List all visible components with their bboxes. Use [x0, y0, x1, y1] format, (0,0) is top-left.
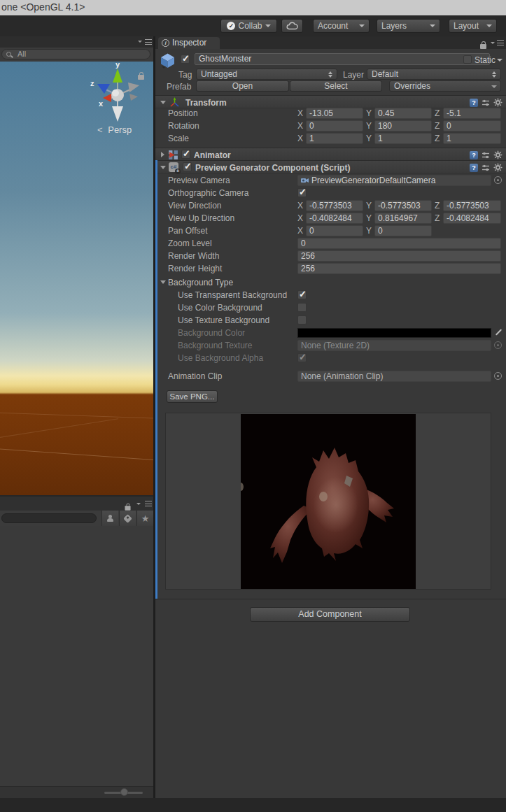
preview-camera-object-field[interactable]: PreviewGeneratorDefaultCamera	[297, 175, 491, 186]
preview-generator-header[interactable]: c#+ Preview Generator Component (Script)…	[155, 160, 506, 173]
gizmo-side-cone[interactable]	[129, 94, 138, 101]
inspector-menu-caret-icon[interactable]	[491, 42, 495, 44]
gameobject-cube-icon[interactable]	[160, 52, 176, 69]
gear-icon[interactable]	[493, 150, 503, 159]
favorites-button[interactable]: ★	[136, 511, 153, 526]
animator-enabled-checkbox[interactable]	[181, 150, 190, 159]
save-png-button[interactable]: Save PNG...	[167, 390, 218, 403]
help-icon[interactable]: ?	[470, 99, 478, 107]
position-z-field[interactable]: -5.1	[443, 108, 501, 119]
view-direction-x-field[interactable]: -0.5773503	[306, 200, 363, 211]
preview-camera-label: Preview Camera	[168, 175, 230, 186]
scale-z-field[interactable]: 1	[443, 133, 501, 144]
zoom-level-field[interactable]: 0	[297, 238, 501, 249]
rotation-x-field[interactable]: 0	[306, 120, 363, 131]
animator-foldout-icon[interactable]	[161, 152, 164, 157]
position-y-field[interactable]: 0.45	[374, 108, 432, 119]
help-icon[interactable]: ?	[470, 164, 478, 172]
render-width-field[interactable]: 256	[297, 250, 501, 262]
use-background-alpha-checkbox[interactable]	[297, 353, 307, 362]
orthographic-camera-checkbox[interactable]	[297, 188, 307, 197]
layout-label: Layout	[454, 21, 479, 31]
panel-menu-icon[interactable]	[145, 39, 152, 45]
use-texture-background-checkbox[interactable]	[297, 315, 307, 325]
gear-icon[interactable]	[493, 98, 503, 107]
scale-y-field[interactable]: 1	[374, 133, 432, 144]
object-picker-icon[interactable]	[494, 372, 502, 380]
panel-menu-caret-icon[interactable]	[136, 503, 141, 505]
view-up-direction-x-field[interactable]: -0.4082484	[306, 213, 363, 224]
rotation-y-field[interactable]: 180	[374, 120, 432, 131]
animator-header[interactable]: Animator ?	[155, 148, 506, 161]
tab-inspector[interactable]: i Inspector	[158, 37, 220, 49]
panel-menu-caret-icon[interactable]	[138, 41, 142, 43]
gizmo-x-cone[interactable]	[103, 94, 111, 102]
static-checkbox[interactable]	[463, 55, 472, 64]
prefab-select-button[interactable]: Select	[290, 80, 382, 92]
background-type-row[interactable]: Background Type	[155, 276, 506, 289]
help-icon[interactable]: ?	[470, 151, 478, 159]
account-dropdown[interactable]: Account	[313, 19, 370, 33]
scale-x-field[interactable]: 1	[306, 133, 363, 144]
animation-clip-object-field[interactable]: None (Animation Clip)	[297, 371, 491, 382]
preview-image-panel	[165, 413, 491, 590]
perspective-toggle[interactable]: Persp	[97, 124, 132, 135]
use-color-background-checkbox[interactable]	[297, 303, 307, 312]
pan-offset-y-field[interactable]: 0	[374, 225, 432, 236]
tag-dropdown[interactable]: Untagged	[196, 69, 337, 80]
view-direction-y-field[interactable]: -0.5773503	[374, 200, 432, 211]
filter-search-input[interactable]	[1, 513, 97, 523]
object-picker-icon[interactable]	[494, 176, 502, 184]
preview-generator-enabled-checkbox[interactable]	[183, 162, 192, 171]
persp-label: Persp	[108, 124, 132, 135]
ground-gridline	[0, 412, 153, 419]
transform-foldout-icon[interactable]	[160, 101, 166, 104]
layout-dropdown[interactable]: Layout	[449, 19, 497, 33]
presets-icon[interactable]	[482, 99, 490, 107]
eyedropper-icon[interactable]	[494, 328, 503, 336]
search-input[interactable]: All	[1, 49, 150, 59]
inspector-menu-icon[interactable]	[497, 40, 504, 45]
render-height-field[interactable]: 256	[297, 263, 501, 274]
presets-icon[interactable]	[482, 151, 490, 159]
background-type-foldout-icon[interactable]	[160, 280, 166, 284]
preview-generator-foldout-icon[interactable]	[160, 166, 166, 169]
background-color-swatch[interactable]	[297, 328, 491, 338]
prefab-overrides-dropdown[interactable]: Overrides	[389, 80, 501, 92]
panel-menu-icon[interactable]	[145, 501, 152, 506]
add-component-button[interactable]: Add Component	[250, 607, 410, 622]
use-transparent-background-checkbox[interactable]	[297, 290, 307, 299]
filter-by-type-button[interactable]	[101, 511, 118, 526]
gizmo-back-cone[interactable]	[128, 83, 139, 92]
gizmo-lock-icon[interactable]	[138, 70, 144, 83]
gameobject-name-field[interactable]: GhostMonster	[195, 53, 490, 65]
gizmo-down-cone[interactable]	[112, 106, 123, 122]
background-texture-object-field[interactable]: None (Texture 2D)	[297, 340, 491, 351]
gizmo-z-cone[interactable]	[97, 84, 110, 94]
project-panel-content[interactable]	[0, 526, 153, 786]
static-flags-caret-icon[interactable]	[497, 59, 503, 62]
x-axis-label: X	[297, 108, 303, 119]
pan-offset-x-field[interactable]: 0	[306, 225, 363, 236]
layers-dropdown[interactable]: Layers	[377, 19, 440, 33]
view-direction-z-field[interactable]: -0.5773503	[443, 200, 501, 211]
gameobject-active-checkbox[interactable]	[181, 55, 190, 64]
filter-by-label-button[interactable]	[119, 511, 136, 526]
inspector-lock-icon[interactable]	[480, 39, 486, 52]
scene-view[interactable]: y z x Persp	[0, 62, 153, 495]
gear-icon[interactable]	[493, 163, 503, 172]
object-picker-icon[interactable]	[494, 341, 502, 349]
z-axis-label: Z	[435, 213, 440, 224]
layer-dropdown[interactable]: Default	[367, 69, 501, 80]
tag-value: Untagged	[201, 69, 237, 79]
collab-button[interactable]: ✓ Collab	[220, 19, 277, 33]
view-up-direction-z-field[interactable]: -0.4082484	[443, 213, 501, 224]
presets-icon[interactable]	[482, 164, 490, 172]
prefab-open-button[interactable]: Open	[196, 80, 289, 92]
rotation-z-field[interactable]: 0	[443, 120, 501, 131]
cloud-button[interactable]	[281, 19, 303, 33]
position-x-field[interactable]: -13.05	[306, 108, 363, 119]
view-up-direction-y-field[interactable]: 0.8164967	[374, 213, 432, 224]
gizmo-y-cone[interactable]	[113, 69, 122, 83]
zoom-slider-knob[interactable]	[120, 788, 128, 796]
